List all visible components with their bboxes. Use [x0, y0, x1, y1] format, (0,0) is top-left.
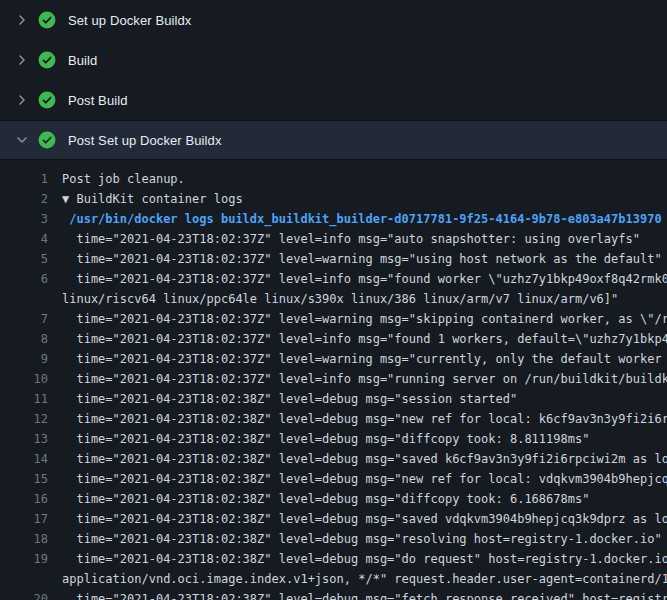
chevron-right-icon: [14, 12, 30, 28]
log-line-text: time="2021-04-23T18:02:38Z" level=debug …: [62, 529, 662, 549]
log-line-number[interactable]: 2: [0, 189, 48, 209]
log-line-number: [0, 569, 48, 589]
log-lines: 1 Post job cleanup. 2 ▼ BuildKit contain…: [0, 160, 667, 600]
log-line-text: time="2021-04-23T18:02:38Z" level=debug …: [62, 589, 667, 600]
log-line: 5 time="2021-04-23T18:02:37Z" level=warn…: [0, 249, 667, 269]
log-line-number[interactable]: 7: [0, 309, 48, 329]
log-line-text: time="2021-04-23T18:02:37Z" level=info m…: [62, 369, 667, 389]
log-line: 14 time="2021-04-23T18:02:38Z" level=deb…: [0, 449, 667, 469]
log-line: 13 time="2021-04-23T18:02:38Z" level=deb…: [0, 429, 667, 449]
log-line-number[interactable]: 5: [0, 249, 48, 269]
check-circle-icon: [38, 91, 56, 109]
step-row-set-up-docker-buildx[interactable]: Set up Docker Buildx: [0, 0, 667, 40]
log-line: 4 time="2021-04-23T18:02:37Z" level=info…: [0, 229, 667, 249]
log-line-number[interactable]: 14: [0, 449, 48, 469]
log-line-number[interactable]: 9: [0, 349, 48, 369]
log-line: 6 time="2021-04-23T18:02:37Z" level=info…: [0, 269, 667, 289]
log-line-number[interactable]: 17: [0, 509, 48, 529]
log-line-text: time="2021-04-23T18:02:38Z" level=debug …: [62, 489, 589, 509]
log-line-text: time="2021-04-23T18:02:37Z" level=info m…: [62, 329, 667, 349]
chevron-right-icon: [14, 52, 30, 68]
log-line-number[interactable]: 12: [0, 409, 48, 429]
log-line: 16 time="2021-04-23T18:02:38Z" level=deb…: [0, 489, 667, 509]
log-line-text: time="2021-04-23T18:02:38Z" level=debug …: [62, 429, 589, 449]
log-line-number[interactable]: 3: [0, 209, 48, 229]
log-line-number[interactable]: 16: [0, 489, 48, 509]
log-line: 1 Post job cleanup.: [0, 169, 667, 189]
log-line-text: time="2021-04-23T18:02:38Z" level=debug …: [62, 509, 667, 529]
log-line-text: time="2021-04-23T18:02:38Z" level=debug …: [62, 409, 667, 429]
step-row-post-set-up-docker-buildx[interactable]: Post Set up Docker Buildx: [0, 120, 667, 160]
log-line-number[interactable]: 4: [0, 229, 48, 249]
log-line: 18 time="2021-04-23T18:02:38Z" level=deb…: [0, 529, 667, 549]
log-line: 17 time="2021-04-23T18:02:38Z" level=deb…: [0, 509, 667, 529]
step-label: Build: [68, 53, 97, 68]
steps-list: Set up Docker Buildx Build P: [0, 0, 667, 160]
step-row-post-build[interactable]: Post Build: [0, 80, 667, 120]
log-line: linux/riscv64 linux/ppc64le linux/s390x …: [0, 289, 667, 309]
step-label: Post Set up Docker Buildx: [68, 133, 222, 148]
chevron-down-icon: [14, 132, 30, 148]
log-line-number[interactable]: 11: [0, 389, 48, 409]
log-line: 8 time="2021-04-23T18:02:37Z" level=info…: [0, 329, 667, 349]
log-line-number[interactable]: 13: [0, 429, 48, 449]
step-label: Post Build: [68, 93, 128, 108]
log-line-text: time="2021-04-23T18:02:38Z" level=debug …: [62, 449, 667, 469]
log-line: 11 time="2021-04-23T18:02:38Z" level=deb…: [0, 389, 667, 409]
log-line: application/vnd.oci.image.index.v1+json,…: [0, 569, 667, 589]
log-line-text: time="2021-04-23T18:02:38Z" level=debug …: [62, 549, 667, 569]
log-line-text: time="2021-04-23T18:02:37Z" level=warnin…: [62, 249, 662, 269]
log-line: 9 time="2021-04-23T18:02:37Z" level=warn…: [0, 349, 667, 369]
log-line: 7 time="2021-04-23T18:02:37Z" level=warn…: [0, 309, 667, 329]
log-line-number: [0, 289, 48, 309]
log-line-text: time="2021-04-23T18:02:37Z" level=info m…: [62, 229, 640, 249]
log-group-toggle: 2 ▼ BuildKit container logs: [0, 189, 667, 209]
check-circle-icon: [38, 11, 56, 29]
log-line-text: time="2021-04-23T18:02:37Z" level=info m…: [62, 269, 667, 289]
log-line: 10 time="2021-04-23T18:02:37Z" level=inf…: [0, 369, 667, 389]
check-circle-icon: [38, 131, 56, 149]
log-line-number[interactable]: 10: [0, 369, 48, 389]
log-line-number[interactable]: 19: [0, 549, 48, 569]
log-line: 12 time="2021-04-23T18:02:38Z" level=deb…: [0, 409, 667, 429]
log-line: 20 time="2021-04-23T18:02:38Z" level=deb…: [0, 589, 667, 600]
log-line: 19 time="2021-04-23T18:02:38Z" level=deb…: [0, 549, 667, 569]
log-line-text: time="2021-04-23T18:02:38Z" level=debug …: [62, 389, 517, 409]
log-line-number[interactable]: 18: [0, 529, 48, 549]
log-line-text: time="2021-04-23T18:02:37Z" level=warnin…: [62, 349, 667, 369]
log-line-text: Post job cleanup.: [62, 169, 185, 189]
log-line-text[interactable]: ▼ BuildKit container logs: [62, 189, 243, 209]
chevron-right-icon: [14, 92, 30, 108]
check-circle-icon: [38, 51, 56, 69]
step-label: Set up Docker Buildx: [68, 13, 191, 28]
log-line-number[interactable]: 6: [0, 269, 48, 289]
step-row-build[interactable]: Build: [0, 40, 667, 80]
log-line-text: time="2021-04-23T18:02:37Z" level=warnin…: [62, 309, 667, 329]
log-line-text: time="2021-04-23T18:02:38Z" level=debug …: [62, 469, 667, 489]
log-line-command: 3 /usr/bin/docker logs buildx_buildkit_b…: [0, 209, 667, 229]
log-line-text[interactable]: /usr/bin/docker logs buildx_buildkit_bui…: [62, 209, 662, 229]
log-line-text: linux/riscv64 linux/ppc64le linux/s390x …: [62, 289, 618, 309]
log-line-number[interactable]: 1: [0, 169, 48, 189]
log-line-number[interactable]: 8: [0, 329, 48, 349]
log-line-number[interactable]: 20: [0, 589, 48, 600]
log-line: 15 time="2021-04-23T18:02:38Z" level=deb…: [0, 469, 667, 489]
log-line-number[interactable]: 15: [0, 469, 48, 489]
log-line-text: application/vnd.oci.image.index.v1+json,…: [62, 569, 667, 589]
